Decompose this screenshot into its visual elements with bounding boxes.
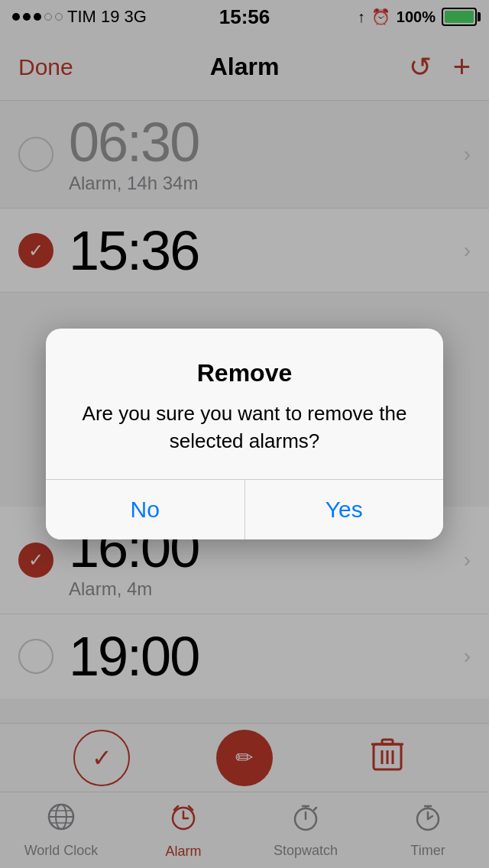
dialog-content: Remove Are you sure you want to remove t… <box>46 329 443 480</box>
dialog-title: Remove <box>76 359 413 387</box>
dialog-no-button[interactable]: No <box>46 480 245 539</box>
dialog-message: Are you sure you want to remove the sele… <box>76 400 413 455</box>
dialog-buttons: No Yes <box>46 479 443 539</box>
dialog-yes-button[interactable]: Yes <box>245 480 444 539</box>
dialog-overlay: Remove Are you sure you want to remove t… <box>0 0 489 868</box>
remove-dialog: Remove Are you sure you want to remove t… <box>46 329 443 540</box>
